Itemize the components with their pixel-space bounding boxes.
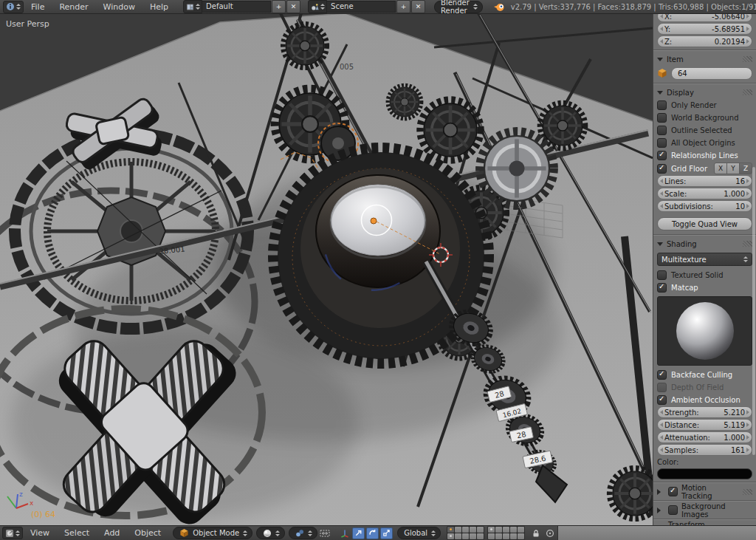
checkbox-icon[interactable] bbox=[657, 164, 667, 174]
scene-name-field[interactable]: Scene bbox=[327, 1, 396, 13]
motion-tracking-panel-header[interactable]: Motion Tracking bbox=[657, 485, 752, 498]
layer-grid-left[interactable] bbox=[447, 526, 484, 540]
collapse-triangle-icon bbox=[657, 242, 663, 246]
select-arrows-icon bbox=[743, 256, 748, 262]
item-name-row: 64 bbox=[657, 66, 752, 81]
layout-browse-button[interactable] bbox=[183, 0, 202, 13]
checkbox-icon[interactable] bbox=[657, 383, 667, 392]
checkbox-icon[interactable] bbox=[657, 270, 667, 280]
layer-buttons bbox=[447, 526, 525, 540]
menu-window[interactable]: Window bbox=[96, 2, 142, 12]
scale-manipulator-button[interactable] bbox=[380, 527, 393, 539]
checkbox-outline-selected[interactable]: Outline Selected bbox=[657, 124, 752, 137]
axis-y-button[interactable]: Y bbox=[726, 163, 740, 174]
mini-axis-gizmo: z x bbox=[4, 491, 34, 517]
editor-type-selector[interactable] bbox=[3, 1, 24, 13]
viewport-render: 005 28.001 28 16.02 28 28.6 bbox=[0, 13, 653, 526]
menu-object[interactable]: Object bbox=[127, 528, 168, 538]
scale-field[interactable]: Scale:1.000 bbox=[657, 188, 752, 199]
collapse-triangle-icon bbox=[657, 489, 661, 495]
scene-arrows-icon bbox=[320, 4, 325, 10]
pivot-point-select[interactable] bbox=[289, 527, 317, 539]
menu-file[interactable]: File bbox=[24, 2, 52, 12]
object-name-label: 005 bbox=[340, 63, 354, 71]
checkbox-icon[interactable] bbox=[657, 151, 667, 160]
panel-grip-icon[interactable] bbox=[743, 489, 752, 495]
lines-field[interactable]: Lines:16 bbox=[657, 175, 752, 187]
checkbox-icon[interactable] bbox=[657, 395, 667, 405]
subdivisions-field[interactable]: Subdivisions:10 bbox=[657, 200, 752, 212]
menu-view[interactable]: View bbox=[23, 528, 57, 538]
checkbox-ambient-occlusion[interactable]: Ambient Occlusion bbox=[657, 394, 752, 406]
engine-arrows-icon bbox=[473, 4, 478, 10]
location-x-field[interactable]: X:-5.06640 bbox=[657, 13, 752, 22]
checkbox-icon[interactable] bbox=[657, 138, 667, 148]
lock-camera-layers-button[interactable] bbox=[529, 527, 542, 539]
location-z-field[interactable]: Z:0.20194 bbox=[657, 35, 752, 47]
shading-mode-select[interactable]: Multitexture bbox=[657, 253, 752, 266]
scene-browse-button[interactable] bbox=[308, 0, 327, 13]
distance-field[interactable]: Distance:5.119 bbox=[657, 419, 752, 431]
axes-icon bbox=[340, 529, 349, 538]
attenuation-field[interactable]: Attenuation:1.000 bbox=[657, 431, 752, 443]
menu-render[interactable]: Render bbox=[52, 2, 95, 12]
toggle-quad-view-button[interactable]: Toggle Quad View bbox=[657, 217, 752, 230]
object-name-field[interactable]: 64 bbox=[671, 67, 752, 80]
layout-close-button[interactable]: ✕ bbox=[286, 0, 300, 13]
axis-x-button[interactable]: X bbox=[714, 163, 727, 174]
layout-add-button[interactable]: + bbox=[272, 0, 286, 13]
item-panel-header[interactable]: Item bbox=[657, 53, 752, 65]
checkbox-relationship-lines[interactable]: Relationship Lines bbox=[657, 149, 752, 162]
checkbox-matcap[interactable]: Matcap bbox=[657, 281, 752, 294]
checkbox-backface-culling[interactable]: Backface Culling bbox=[657, 369, 752, 381]
axis-z-button[interactable]: Z bbox=[739, 163, 752, 174]
checkbox-only-render[interactable]: Only Render bbox=[657, 99, 752, 112]
proportional-circle-icon bbox=[546, 529, 554, 538]
checkbox-all-object-origins[interactable]: All Object Origins bbox=[657, 137, 752, 149]
ao-color-swatch[interactable] bbox=[657, 468, 752, 479]
checkbox-icon[interactable] bbox=[657, 100, 667, 110]
viewport-shading-select[interactable] bbox=[256, 527, 285, 539]
panel-grip-icon[interactable] bbox=[743, 56, 752, 62]
background-images-panel-header[interactable]: Background Images bbox=[657, 504, 752, 516]
layout-name-field[interactable]: Default bbox=[202, 1, 271, 13]
samples-field[interactable]: Samples:161 bbox=[657, 444, 752, 456]
checkbox-icon[interactable] bbox=[668, 487, 678, 496]
menu-select[interactable]: Select bbox=[57, 528, 97, 538]
checkbox-icon[interactable] bbox=[657, 113, 667, 123]
rotate-manipulator-button[interactable] bbox=[366, 527, 379, 539]
panel-grip-icon[interactable] bbox=[743, 89, 752, 95]
translate-manipulator-button[interactable] bbox=[352, 527, 365, 539]
transform-orientation-select[interactable]: Global bbox=[397, 527, 441, 539]
proportional-edit-button[interactable] bbox=[543, 527, 556, 539]
location-y-field[interactable]: Y:-5.68951 bbox=[657, 23, 752, 35]
select-arrows-icon bbox=[308, 530, 312, 536]
checkbox-icon[interactable] bbox=[668, 505, 678, 515]
render-engine-select[interactable]: Blender Render bbox=[434, 1, 483, 13]
checkbox-icon[interactable] bbox=[657, 283, 667, 293]
shading-panel-header[interactable]: Shading bbox=[657, 238, 752, 250]
checkbox-icon[interactable] bbox=[657, 370, 667, 380]
manipulator-toggle-button[interactable] bbox=[338, 527, 351, 539]
checkbox-icon[interactable] bbox=[657, 126, 667, 135]
sidebar-scrollbar[interactable] bbox=[752, 167, 755, 455]
scene-add-button[interactable]: + bbox=[396, 0, 410, 13]
display-panel-header[interactable]: Display bbox=[657, 86, 752, 98]
manipulate-center-points-button[interactable] bbox=[318, 527, 331, 539]
select-arrows-icon bbox=[243, 530, 247, 536]
checkbox-textured-solid[interactable]: Textured Solid bbox=[657, 269, 752, 281]
matcap-sphere-icon bbox=[676, 302, 734, 360]
checkbox-depth-of-field[interactable]: Depth Of Field bbox=[657, 381, 752, 394]
matcap-preview[interactable] bbox=[657, 296, 752, 366]
editor-type-selector[interactable] bbox=[2, 527, 23, 539]
panel-grip-icon[interactable] bbox=[743, 241, 752, 247]
checkbox-world-background[interactable]: World Background bbox=[657, 112, 752, 124]
interaction-mode-select[interactable]: Object Mode bbox=[173, 527, 252, 539]
header-empty-region bbox=[557, 526, 756, 540]
menu-help[interactable]: Help bbox=[142, 2, 176, 12]
rotate-arc-icon bbox=[368, 529, 377, 537]
menu-add[interactable]: Add bbox=[97, 528, 127, 538]
layer-grid-right[interactable] bbox=[487, 526, 525, 540]
scene-close-button[interactable]: ✕ bbox=[411, 0, 425, 13]
strength-field[interactable]: Strength:5.210 bbox=[657, 406, 752, 418]
